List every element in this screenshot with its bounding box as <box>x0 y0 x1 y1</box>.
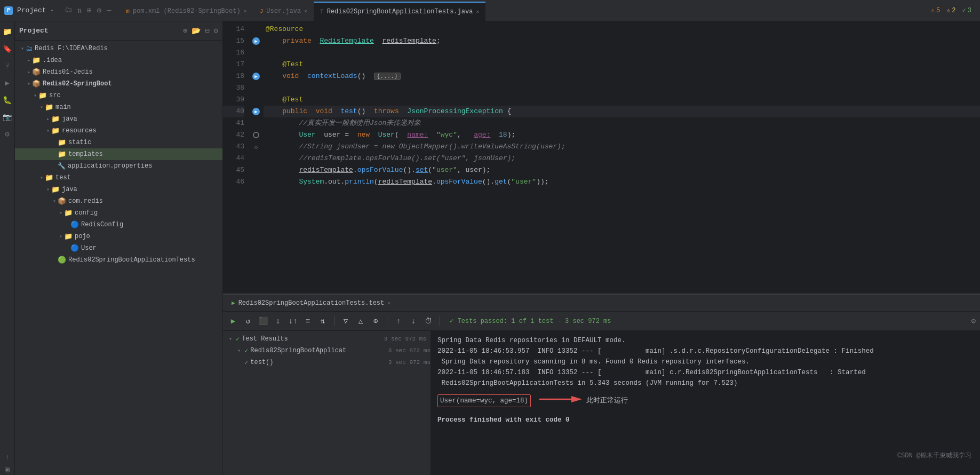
bookmark-icon[interactable]: 🔖 <box>2 43 13 54</box>
annotation-resource: @Resource <box>266 25 303 33</box>
step-btn[interactable]: ↓↑ <box>287 315 299 327</box>
gutter-15[interactable]: ▶ <box>249 35 264 47</box>
run-gutter-icon-18[interactable]: ▶ <box>252 73 260 80</box>
tab-pom[interactable]: m pom.xml (Redis02-SpringBoot) ✕ <box>119 2 253 21</box>
tree-item-redis02[interactable]: ▾ 📦 Redis02-SpringBoot <box>15 78 222 90</box>
name-value: "wyc" <box>436 131 457 139</box>
resume-btn[interactable]: ↕ <box>272 315 284 327</box>
sidebar-settings-gear[interactable]: ⚙ <box>214 26 218 35</box>
tree-item-com-redis[interactable]: ▾ 📦 com.redis <box>15 195 222 207</box>
run-panel-content: ▾ ✓ Test Results 3 sec 972 ms ▾ ✓ Redis0… <box>223 331 980 475</box>
run-btn[interactable]: ▶ <box>227 315 239 327</box>
sidebar-collapse-icon[interactable]: ⊟ <box>205 26 209 35</box>
tree-item-resources[interactable]: ▾ 📁 resources <box>15 125 222 137</box>
tree-item-src[interactable]: ▾ 📁 src <box>15 90 222 101</box>
user-tab-close[interactable]: ✕ <box>304 8 307 14</box>
warning-count-orange: ⚠ 5 <box>931 6 940 14</box>
tree-item-redis-config[interactable]: 🔵 RedisConfig <box>15 219 222 231</box>
dependencies-icon[interactable]: ⚙ <box>2 128 13 140</box>
tree-label: Redis F:\IDEA\Redis <box>35 45 108 52</box>
gutter-42[interactable] <box>249 129 264 141</box>
redis01-icon: 📦 <box>32 68 41 76</box>
arrow-up-icon[interactable]: ↑ <box>2 452 13 463</box>
settings-icon[interactable]: ⚙ <box>97 6 101 15</box>
tree-item-config[interactable]: ▾ 📁 config <box>15 207 222 219</box>
expand-btn[interactable]: ▽ <box>340 315 352 327</box>
project-panel-icon[interactable]: 📁 <box>2 26 13 37</box>
run-icon-strip[interactable]: ▶ <box>2 77 13 89</box>
split-icon[interactable]: ⊞ <box>87 6 91 15</box>
tree-item-templates[interactable]: 📁 templates <box>15 148 222 160</box>
collapse-btn[interactable]: △ <box>355 315 366 327</box>
git-icon[interactable]: ⑂ <box>2 60 13 72</box>
test-app-row[interactable]: ▾ ✓ Redis02SpringBootApplicat 3 sec 972 … <box>223 345 431 357</box>
breakpoint-icon-42[interactable] <box>253 132 259 138</box>
tree-item-redis-root[interactable]: ▾ 🗂 Redis F:\IDEA\Redis <box>15 43 222 54</box>
run-panel-toolbar: ▶ ↺ ⬛ ↕ ↓↑ ≡ ⇅ ▽ △ ⊕ ↑ ↓ ⏱ ✓ Tests pa <box>223 312 980 331</box>
tree-label-java-main: java <box>62 115 77 123</box>
tree-item-test-class[interactable]: 🟢 Redis02SpringBootApplicationTests <box>15 254 222 266</box>
output-annotation-row: User(name=wyc, age=18) 此时正常运行 <box>437 393 974 408</box>
run-gutter-icon-40[interactable]: ▶ <box>252 108 260 115</box>
tree-item-test[interactable]: ▾ 📁 test <box>15 172 222 184</box>
camera-icon[interactable]: 📷 <box>2 111 13 123</box>
run-gutter-icon-15[interactable]: ▶ <box>252 37 260 45</box>
tree-item-java-main[interactable]: ▸ 📁 java <box>15 113 222 125</box>
test-method-row[interactable]: ✓ test() 3 sec 972 ms <box>223 357 431 368</box>
gutter-40[interactable]: ▶ <box>249 106 264 117</box>
debug-icon[interactable]: 🐛 <box>2 94 13 106</box>
new-file-icon[interactable]: 🗂 <box>65 6 72 15</box>
tree-arrow: ▾ <box>32 92 38 99</box>
tree-item-app-props[interactable]: 🔧 application.properties <box>15 160 222 172</box>
terminal-icon[interactable]: ▣ <box>2 463 13 475</box>
sort-btn[interactable]: ⇅ <box>317 315 329 327</box>
gutter-43: ◇ <box>249 141 264 153</box>
tree-label-props: application.properties <box>68 162 152 170</box>
process-finished-text: Process finished with exit code 0 <box>437 416 570 424</box>
auto-scroll-btn[interactable]: ⊕ <box>370 315 381 327</box>
user-tab-icon: J <box>260 8 264 14</box>
tree-arrow: ▸ <box>26 69 32 75</box>
gutter-18[interactable]: ▶ <box>249 70 264 82</box>
tree-label-templates: templates <box>68 151 103 158</box>
arrow-annotation: 此时正常运行 <box>539 393 628 408</box>
tab-tests[interactable]: T Redis02SpringBootApplicationTests.java… <box>314 2 485 21</box>
code-line-43: //String jsonUser = new ObjectMapper().w… <box>264 141 980 153</box>
filter-btn[interactable]: ≡ <box>302 315 314 327</box>
toolbar-sep-3 <box>440 316 440 326</box>
tree-item-user-class[interactable]: 🔵 User <box>15 242 222 254</box>
stop-btn[interactable]: ⬛ <box>257 315 269 327</box>
results-arrow: ▾ <box>227 336 234 342</box>
tests-tab-close[interactable]: ✕ <box>476 9 479 15</box>
clock-btn[interactable]: ⏱ <box>423 315 434 327</box>
sidebar-new-icon[interactable]: ⊕ <box>183 26 187 35</box>
config-icon: 📁 <box>64 209 73 217</box>
tree-item-idea[interactable]: ▸ 📁 .idea <box>15 54 222 66</box>
user-str-46: "user" <box>511 178 536 186</box>
console-line-1: Spring Data Redis repositories in DEFAUL… <box>437 335 974 346</box>
throws-kw: throws <box>374 107 399 115</box>
tree-item-pojo[interactable]: ▾ 📁 pojo <box>15 231 222 242</box>
pom-tab-close[interactable]: ✕ <box>244 8 247 14</box>
run-tab[interactable]: ▶ Redis02SpringBootApplicationTests.test… <box>227 295 395 311</box>
run-tab-close[interactable]: ✕ <box>387 300 391 306</box>
ops-value-46: opsForValue <box>436 178 482 186</box>
minimize-icon[interactable]: — <box>107 6 111 15</box>
down-btn[interactable]: ↓ <box>408 315 419 327</box>
run-settings-icon[interactable]: ⚙ <box>971 316 976 326</box>
rerun-btn[interactable]: ↺ <box>242 315 254 327</box>
left-icon-strip: 📁 🔖 ⑂ ▶ 🐛 📷 ⚙ ↑ ▣ <box>0 21 15 475</box>
up-btn[interactable]: ↑ <box>393 315 404 327</box>
tree-item-main[interactable]: ▾ 📁 main <box>15 101 222 113</box>
ops-value-45: opsForValue <box>357 166 403 174</box>
tree-item-java-test[interactable]: ▾ 📁 java <box>15 184 222 195</box>
sync-icon[interactable]: ⇅ <box>77 6 82 15</box>
sidebar-folder-icon[interactable]: 📂 <box>192 26 201 35</box>
test-results-header[interactable]: ▾ ✓ Test Results 3 sec 972 ms <box>223 333 431 345</box>
tree-item-static[interactable]: 📁 static <box>15 137 222 148</box>
tree-item-redis01[interactable]: ▸ 📦 Redis01-Jedis <box>15 66 222 78</box>
title-bar-left: P Project ▾ 🗂 ⇅ ⊞ ⚙ — <box>4 6 111 15</box>
folded-block[interactable]: {....} <box>374 73 401 80</box>
tab-user[interactable]: J User.java ✕ <box>253 2 314 21</box>
new-kw: new <box>357 131 370 139</box>
